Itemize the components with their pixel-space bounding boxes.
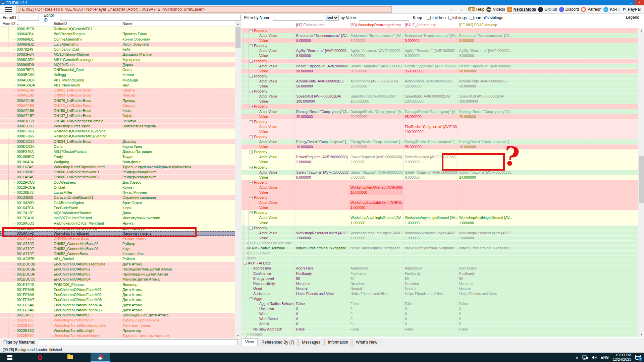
- cell-plugin-0[interactable]: Safety "Защита" [AVIF:00000333]: [294, 170, 349, 175]
- table-row[interactable]: ···Value2.0000002.0000002.000000: [241, 160, 638, 165]
- cell-plugin-0[interactable]: [294, 296, 349, 301]
- cell-plugin-1[interactable]: [349, 104, 403, 109]
- cell-plugin-3[interactable]: 20.000000: [458, 114, 512, 119]
- cell-plugin-2[interactable]: Neutral: [403, 286, 458, 291]
- table-row[interactable]: ···0008C9D9MS11GenericScavengerМусорщик: [0, 57, 235, 62]
- cell-editorid[interactable]: DN003_LvlRaiderBoss: [54, 93, 122, 98]
- cell-plugin-0[interactable]: [294, 261, 349, 265]
- language-indicator[interactable]: ENG: [601, 355, 609, 359]
- cell-plugin-2[interactable]: 8.000000: [403, 175, 458, 180]
- cell-formid[interactable]: 0019A7F2: [17, 231, 54, 236]
- cell-plugin-0[interactable]: ActionPoints [AVIF:000002D5]: [294, 79, 349, 83]
- cell-plugin-0[interactable]: 10.000000: [294, 144, 349, 149]
- collapse-icon[interactable]: −: [250, 135, 253, 138]
- cell-plugin-1[interactable]: [349, 89, 403, 94]
- cell-plugin-3[interactable]: [458, 129, 512, 134]
- table-row[interactable]: ···000D3C53DN024_LvlRaiderBossДжаред: [0, 139, 235, 144]
- cell-name[interactable]: Спарта: [122, 88, 235, 93]
- table-row[interactable]: ···0018A6D1REChokepointCT02_MerchantНычк…: [0, 221, 235, 226]
- table-row[interactable]: ···0022B184WorkshopTurretMissileLauncher…: [0, 323, 235, 328]
- cell-formid[interactable]: 001BBCBB: [17, 262, 54, 266]
- row-label[interactable]: −Property: [241, 43, 294, 48]
- cell-editorid[interactable]: POISC06_Eleanor: [54, 282, 122, 287]
- cell-plugin-0[interactable]: SpeedMult [AVIF:000002DA]: [294, 94, 349, 99]
- table-row[interactable]: ···000AE157DN137_LvlRaiderBossГафф: [0, 113, 235, 118]
- row-label[interactable]: ···Aggression: [241, 266, 294, 270]
- cell-plugin-3[interactable]: [458, 180, 512, 185]
- cell-editorid[interactable]: DN006_LvlRaiderBrawler01: [54, 170, 122, 174]
- cell-formid[interactable]: 0018AE90: [17, 226, 54, 231]
- row-label[interactable]: ···Value: [241, 114, 294, 119]
- cell-plugin-0[interactable]: [294, 195, 349, 200]
- cell-name[interactable]: Синдер: [122, 103, 235, 108]
- cell-plugin-1[interactable]: [349, 59, 403, 63]
- breadcrumb[interactable]: [FE 082] FO4Fixes.esp (F45E78C0) \ Non-P…: [16, 6, 392, 13]
- cell-name[interactable]: Доктор Патриция: [122, 149, 235, 154]
- table-row[interactable]: ···001647C6EncCurieSynthКюри: [0, 205, 235, 210]
- cell-plugin-3[interactable]: [458, 205, 512, 210]
- cell-plugin-3[interactable]: [458, 74, 512, 78]
- table-row[interactable]: ···001FE6A5EncChildrenOfAtomFaceM01Дитя …: [0, 287, 235, 292]
- cell-editorid[interactable]: MQ104Darla: [54, 62, 122, 67]
- table-row[interactable]: −Property: [241, 134, 638, 139]
- cell-plugin-1[interactable]: Helps Friends and Allies: [349, 291, 403, 296]
- row-label[interactable]: ···Actor Value: [241, 124, 294, 129]
- cell-plugin-1[interactable]: 1.000000: [349, 205, 403, 210]
- cell-plugin-1[interactable]: [349, 165, 403, 170]
- cell-plugin-1[interactable]: [349, 134, 403, 139]
- cell-plugin-2[interactable]: Foolhardy: [403, 271, 458, 276]
- cell-plugin-1[interactable]: No crime: [349, 281, 403, 286]
- table-row[interactable]: ···Value20.00000020.00000035.00000020.00…: [241, 114, 638, 119]
- table-row[interactable]: ···000BF965RailroadHQGenericM01Evening: [0, 134, 235, 139]
- cell-formid[interactable]: 000AB3D8: [17, 78, 54, 82]
- cell-plugin-2[interactable]: [403, 104, 458, 109]
- cell-editorid[interactable]: MS17DoctorPatricia: [54, 149, 122, 154]
- table-row[interactable]: ···Actor ValueHealth "Здоровье" [AVIF:00…: [241, 64, 638, 69]
- checkbox-siblings[interactable]: [448, 16, 452, 20]
- row-label[interactable]: −Property: [241, 226, 294, 230]
- cell-formid[interactable]: 000AE146: [17, 98, 54, 103]
- cell-plugin-0[interactable]: 50.000000: [294, 84, 349, 88]
- cell-formid[interactable]: 000AE13F: [17, 88, 54, 93]
- minimize-button[interactable]: –: [618, 0, 627, 5]
- cell-plugin-0[interactable]: 20.000000: [294, 114, 349, 119]
- cell-name[interactable]: Лукас Миллер: [122, 190, 235, 195]
- cell-plugin-0[interactable]: [294, 89, 349, 94]
- cell-name[interactable]: Дитя Атома: [122, 287, 235, 292]
- table-row[interactable]: −Property: [241, 226, 638, 231]
- cell-plugin-3[interactable]: [458, 185, 512, 190]
- nav-back-button[interactable]: ‹: [447, 7, 455, 12]
- cell-plugin-1[interactable]: 16.000000: [349, 190, 403, 195]
- tab-messages[interactable]: Messages: [298, 339, 324, 346]
- cell-formid[interactable]: 0013426D: [17, 200, 54, 205]
- cell-formid[interactable]: 001BBCBF: [17, 272, 54, 277]
- cell-plugin-3[interactable]: [458, 160, 512, 164]
- menu-icon[interactable]: [5, 7, 12, 12]
- cell-formid[interactable]: 001FE6A6: [17, 292, 54, 297]
- cell-plugin-2[interactable]: [403, 119, 458, 124]
- cell-name[interactable]: Доходяга Мэлоун: [122, 52, 235, 57]
- cell-plugin-1[interactable]: [349, 210, 403, 215]
- cell-editorid[interactable]: DN001_LvlRaiderBoss: [54, 88, 122, 93]
- row-label[interactable]: −Property: [241, 210, 294, 215]
- cell-editorid[interactable]: DocWeathers: [54, 180, 122, 185]
- row-label[interactable]: ···Mood: [241, 286, 294, 291]
- table-row[interactable]: ···No Slow ApproachFalseFalseFalseFalse: [241, 327, 638, 332]
- cell-name[interactable]: [122, 134, 235, 138]
- cell-name[interactable]: Дарла: [122, 62, 235, 67]
- cell-plugin-0[interactable]: 2.000000: [294, 160, 349, 164]
- cell-plugin-2[interactable]: [403, 185, 458, 190]
- cell-plugin-3[interactable]: [458, 210, 512, 215]
- table-row[interactable]: −Property: [241, 119, 638, 124]
- table-row[interactable]: −Aggro: [241, 296, 638, 301]
- cell-formid[interactable]: 001FE6A5: [17, 287, 54, 292]
- cell-plugin-1[interactable]: 8.000000: [349, 53, 403, 58]
- cell-plugin-0[interactable]: Helps Friends and Allies: [294, 291, 349, 296]
- cell-plugin-2[interactable]: 100.000000: [403, 99, 458, 104]
- table-row[interactable]: ···001069FCTrudyТруди: [0, 154, 235, 159]
- cell-editorid[interactable]: WorkshopTurretTripodMounted: [54, 165, 122, 169]
- cell-plugin-1[interactable]: [349, 180, 403, 185]
- cell-plugin-0[interactable]: [294, 124, 349, 129]
- cell-editorid[interactable]: EncChildrenOfAtomFaceM03: [54, 297, 122, 302]
- cell-editorid[interactable]: Cricket: [54, 185, 122, 190]
